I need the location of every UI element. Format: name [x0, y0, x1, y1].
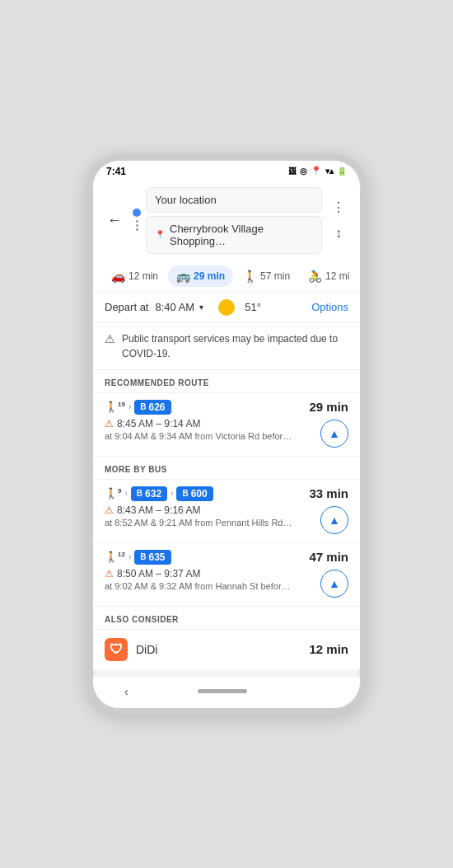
route-item-632-600[interactable]: 🚶9 › B 632 › B 600 33 min — [93, 479, 360, 542]
covid-text: Public transport services may be impacte… — [122, 331, 348, 361]
depart-time-button[interactable]: Depart at 8:40 AM ▾ — [105, 301, 203, 313]
cycle-icon: 🚴 — [308, 270, 322, 283]
scrollable-content: Depart at 8:40 AM ▾ 51° Options ⚠ Public… — [93, 293, 360, 677]
destination-field[interactable]: 📍 Cherrybrook Village Shopping… — [146, 216, 322, 254]
bus-num-600: 600 — [191, 488, 208, 500]
walk-icon: 🚶 — [243, 270, 257, 283]
field-actions: ⋮ ↕ — [327, 195, 350, 245]
more-options-button[interactable]: ⋮ — [327, 195, 350, 218]
bus-b-2: B — [182, 489, 188, 498]
navigate-icon-1: ▲ — [329, 514, 340, 527]
route-info-1: ⚠ 8:43 AM – 9:16 AM at 8:52 AM & 9:21 AM… — [105, 504, 314, 528]
chevron-icon: › — [128, 402, 131, 411]
walk-figure-icon-2: 🚶12 — [105, 551, 125, 563]
wifi-icon: ▾▴ — [325, 167, 334, 176]
alert-icon-1: ⚠ — [105, 504, 114, 516]
dot3 — [136, 228, 138, 231]
alert-icon: ⚠ — [105, 418, 114, 429]
status-bar: 7:41 🖼 ◎ 📍 ▾▴ 🔋 — [93, 161, 360, 181]
swap-icon: ↕ — [335, 226, 342, 241]
connector-dots — [136, 218, 138, 232]
didi-label: DiDi — [136, 643, 301, 656]
route-top-2: 🚶12 › B 635 47 min — [105, 550, 348, 565]
destination-pin-icon: 📍 — [155, 230, 165, 239]
depart-row: Depart at 8:40 AM ▾ 51° Options — [93, 293, 360, 323]
temperature-value: 51° — [245, 301, 261, 313]
more-bus-section-label: MORE BY BUS — [93, 457, 360, 479]
also-consider-section: ALSO CONSIDER 🛡 DiDi 12 min — [93, 607, 360, 669]
dot2 — [136, 224, 138, 227]
drive-label: 12 min — [128, 270, 158, 282]
route-item-recommended[interactable]: 🚶19 › B 626 29 min ⚠ 8:45 AM – 9:14 AM — [93, 392, 360, 456]
tab-cycle[interactable]: 🚴 12 mi — [300, 265, 357, 287]
home-bar: ‹ — [93, 677, 360, 708]
alert-icon-2: ⚠ — [105, 568, 114, 579]
bus-num-635: 635 — [148, 551, 165, 563]
time-range-1: ⚠ 8:43 AM – 9:16 AM — [105, 504, 314, 516]
bus-badge-632: B 632 — [131, 486, 167, 501]
bus-badge-600: B 600 — [176, 486, 212, 501]
dot1 — [136, 220, 138, 223]
time-range-text-1: 8:43 AM – 9:16 AM — [117, 504, 200, 516]
back-button[interactable]: ← — [103, 209, 126, 232]
home-indicator[interactable] — [198, 689, 247, 693]
bus-num-632: 632 — [145, 488, 161, 500]
transport-tabs: 🚗 12 min 🚌 29 min 🚶 57 min 🚴 12 mi — [93, 260, 360, 293]
time-range-recommended: ⚠ 8:45 AM – 9:14 AM — [105, 418, 314, 429]
duration-recommended: 29 min — [309, 400, 348, 414]
didi-row[interactable]: 🛡 DiDi 12 min — [93, 629, 360, 669]
route-left-1: 🚶9 › B 632 › B 600 — [105, 486, 309, 501]
origin-dot — [133, 209, 141, 217]
more-bus-section: MORE BY BUS 🚶9 › B 632 › B 600 — [93, 457, 360, 607]
route-top: 🚶19 › B 626 29 min — [105, 400, 348, 415]
cycle-label: 12 mi — [325, 270, 349, 282]
route-mid: ⚠ 8:45 AM – 9:14 AM at 9:04 AM & 9:34 AM… — [105, 418, 348, 448]
transit-label: 29 min — [194, 270, 225, 282]
weather-sun-icon — [218, 299, 235, 316]
transit-icon: 🚌 — [176, 270, 190, 283]
duration-632-600: 33 min — [309, 486, 348, 500]
home-back-button[interactable]: ‹ — [118, 682, 135, 701]
route-mid-2: ⚠ 8:50 AM – 9:37 AM at 9:02 AM & 9:32 AM… — [105, 568, 348, 598]
route-top-1: 🚶9 › B 632 › B 600 33 min — [105, 486, 348, 501]
stop-info-2: at 9:02 AM & 9:32 AM from Hannah St befo… — [105, 581, 314, 591]
top-nav: ← Your location 📍 Cherrybrook Village — [93, 181, 360, 260]
location-icon: 📍 — [311, 166, 322, 176]
drive-icon: 🚗 — [111, 270, 125, 283]
battery-icon: 🔋 — [337, 167, 347, 176]
stop-info-1: at 8:52 AM & 9:21 AM from Pennant Hills … — [105, 518, 314, 528]
time-range-text: 8:45 AM – 9:14 AM — [117, 418, 200, 429]
swap-button[interactable]: ↕ — [327, 222, 350, 245]
route-info-2: ⚠ 8:50 AM – 9:37 AM at 9:02 AM & 9:32 AM… — [105, 568, 314, 591]
tab-transit[interactable]: 🚌 29 min — [168, 265, 233, 287]
chevron-icon-2: › — [128, 552, 131, 561]
origin-field[interactable]: Your location — [146, 187, 322, 213]
status-icons: 🖼 ◎ 📍 ▾▴ 🔋 — [288, 166, 347, 176]
nav-button-2[interactable]: ▲ — [320, 570, 348, 598]
covid-notice: ⚠ Public transport services may be impac… — [93, 323, 360, 370]
chevron-icon-1: › — [124, 489, 127, 498]
depart-label: Depart at — [105, 301, 148, 313]
tab-drive[interactable]: 🚗 12 min — [103, 265, 166, 287]
walk-figure-icon: 🚶19 — [105, 401, 125, 413]
nav-button-recommended[interactable]: ▲ — [320, 420, 348, 448]
options-button[interactable]: Options — [311, 301, 348, 313]
status-time: 7:41 — [106, 166, 126, 177]
more-icon: ⋮ — [332, 199, 345, 215]
bus-b-1: B — [137, 489, 142, 498]
tab-walk[interactable]: 🚶 57 min — [235, 265, 298, 287]
chevron-icon-mid: › — [170, 489, 173, 498]
duration-635: 47 min — [309, 550, 348, 564]
route-left: 🚶19 › B 626 — [105, 400, 309, 415]
depart-dropdown-icon: ▾ — [199, 303, 203, 312]
didi-icon-symbol: 🛡 — [110, 642, 123, 657]
nav-button-1[interactable]: ▲ — [320, 506, 348, 534]
search-row: ← Your location 📍 Cherrybrook Village — [103, 187, 350, 254]
depart-time-value: 8:40 AM — [155, 301, 194, 313]
recommended-route-section: RECOMMENDED ROUTE 🚶19 › B 626 29 min — [93, 370, 360, 457]
route-mid-1: ⚠ 8:43 AM – 9:16 AM at 8:52 AM & 9:21 AM… — [105, 504, 348, 534]
bus-badge-626: B 626 — [134, 400, 170, 415]
bus-badge-635: B 635 — [134, 550, 170, 565]
route-item-635[interactable]: 🚶12 › B 635 47 min ⚠ 8:50 AM – 9:37 AM — [93, 542, 360, 606]
bus-number-626: 626 — [148, 401, 165, 413]
